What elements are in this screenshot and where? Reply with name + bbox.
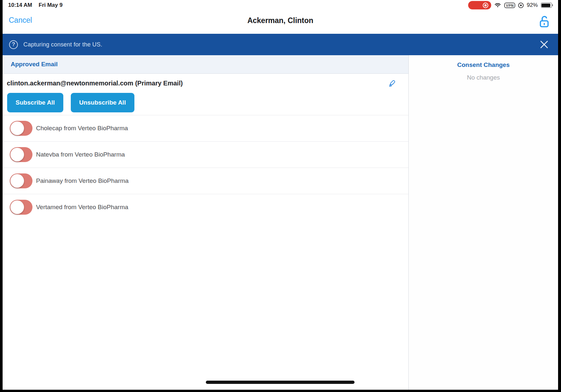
help-icon: ?: [9, 40, 18, 49]
unsubscribe-all-button[interactable]: Unsubscribe All: [71, 93, 134, 112]
edit-pencil-icon[interactable]: [388, 79, 397, 88]
battery-percent: 92%: [527, 2, 538, 8]
primary-email-value: clinton.ackerman@newtonmemorial.com (Pri…: [7, 80, 183, 87]
close-icon[interactable]: [539, 39, 550, 50]
banner-message: Capturing consent for the US.: [23, 41, 102, 48]
channel-list: Cholecap from Verteo BioPharma Natevba f…: [3, 115, 408, 220]
nav-bar: Cancel Ackerman, Clinton: [3, 10, 558, 34]
section-title: Approved Email: [11, 61, 58, 68]
toggle-switch-painaway[interactable]: [10, 173, 32, 188]
channel-row-cholecap: Cholecap from Verteo BioPharma: [3, 115, 408, 141]
screen-recording-icon[interactable]: [468, 1, 491, 9]
rotation-lock-icon: [518, 3, 524, 8]
toggle-switch-vertamed[interactable]: [10, 200, 32, 215]
status-bar: 10:14 AM Fri May 9 VPN 92%: [3, 0, 558, 10]
channel-label: Cholecap from Verteo BioPharma: [36, 125, 128, 132]
status-right: VPN 92%: [468, 1, 553, 9]
date: Fri May 9: [39, 2, 63, 8]
bulk-actions: Subscribe All Unsubscribe All: [3, 93, 408, 112]
channel-row-painaway: Painaway from Verteo BioPharma: [3, 168, 408, 194]
main-area: Approved Email clinton.ackerman@newtonme…: [3, 55, 558, 390]
toggle-switch-natevba[interactable]: [10, 147, 32, 162]
clock: 10:14 AM: [8, 2, 32, 8]
page-title: Ackerman, Clinton: [3, 16, 558, 25]
channel-label: Natevba from Verteo BioPharma: [36, 151, 125, 158]
section-header: Approved Email: [3, 55, 408, 74]
channel-label: Painaway from Verteo BioPharma: [36, 177, 129, 184]
channel-label: Vertamed from Verteo BioPharma: [36, 204, 128, 211]
status-left: 10:14 AM Fri May 9: [8, 2, 63, 8]
toggle-switch-cholecap[interactable]: [10, 121, 32, 136]
consent-changes-panel: Consent Changes No changes: [409, 55, 558, 390]
channel-row-natevba: Natevba from Verteo BioPharma: [3, 141, 408, 168]
email-row: clinton.ackerman@newtonmemorial.com (Pri…: [3, 74, 408, 93]
record-ring-icon: [483, 3, 488, 8]
consent-banner: ? Capturing consent for the US.: [3, 34, 558, 55]
channel-row-vertamed: Vertamed from Verteo BioPharma: [3, 194, 408, 220]
battery-icon: [541, 3, 553, 8]
wifi-icon: [494, 3, 501, 8]
vpn-badge-icon: VPN: [504, 3, 515, 8]
subscribe-all-button[interactable]: Subscribe All: [7, 93, 63, 112]
consent-changes-empty: No changes: [409, 74, 558, 81]
record-dot-icon: [484, 4, 487, 6]
home-indicator[interactable]: [206, 381, 355, 384]
consent-panel: Approved Email clinton.ackerman@newtonme…: [3, 55, 408, 390]
app-screen: 10:14 AM Fri May 9 VPN 92% Can: [3, 0, 558, 390]
unlock-icon[interactable]: [539, 15, 550, 29]
consent-changes-title: Consent Changes: [409, 61, 558, 69]
